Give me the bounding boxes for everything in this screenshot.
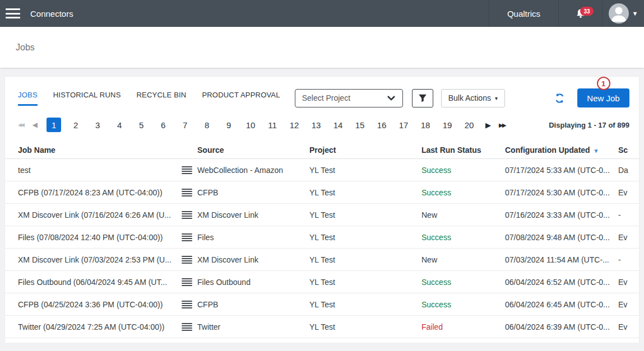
row-menu-icon[interactable] [182, 323, 192, 331]
filter-funnel-icon [418, 93, 428, 103]
toolbar: JOBSHISTORICAL RUNSRECYCLE BINPRODUCT AP… [5, 77, 639, 107]
page-button-8[interactable]: 8 [200, 118, 214, 132]
cell-last-run-status: Success [421, 166, 505, 175]
row-menu-icon[interactable] [182, 233, 192, 241]
brand-menu[interactable]: Qualtrics [489, 0, 558, 27]
page-button-6[interactable]: 6 [156, 118, 170, 132]
page-button-10[interactable]: 10 [243, 118, 258, 132]
cell-project: YL Test [309, 300, 421, 309]
page-button-7[interactable]: 7 [178, 118, 192, 132]
page-button-9[interactable]: 9 [221, 118, 236, 132]
first-page-button[interactable]: ◀◀ [18, 122, 24, 128]
page-button-11[interactable]: 11 [265, 118, 280, 132]
table-row[interactable]: XM Discover Link (07/16/2024 6:26 AM (U.… [5, 204, 639, 226]
page-button-1[interactable]: 1 [47, 118, 61, 132]
table-row[interactable]: XM Discover Link (07/03/2024 2:53 PM (U.… [5, 249, 639, 271]
row-menu-icon[interactable] [182, 301, 192, 308]
cell-source: CFPB [197, 188, 309, 197]
cell-schedule: Da [618, 166, 639, 175]
tab-product-approval[interactable]: PRODUCT APPROVAL [202, 91, 280, 106]
tab-historical-runs[interactable]: HISTORICAL RUNS [53, 91, 121, 106]
column-header-last-run-status[interactable]: Last Run Status [421, 146, 505, 155]
table-header-row: Job NameSourceProjectLast Run StatusConf… [5, 141, 639, 159]
page-button-4[interactable]: 4 [112, 118, 127, 132]
column-header-job-name[interactable]: Job Name [18, 146, 197, 155]
user-menu[interactable]: ▼ [602, 0, 644, 27]
tab-recycle-bin[interactable]: RECYCLE BIN [137, 91, 187, 106]
cell-project: YL Test [309, 255, 421, 264]
page-button-3[interactable]: 3 [90, 118, 105, 132]
next-page-button[interactable]: ▶ [485, 121, 491, 129]
refresh-button[interactable] [554, 93, 565, 104]
cell-last-run-status: Failed [421, 322, 505, 331]
table-row[interactable]: Files (07/08/2024 12:40 PM (UTC-04:00))F… [5, 226, 639, 249]
table-row[interactable]: testWebCollection - AmazonYL TestSuccess… [5, 159, 639, 181]
page-button-13[interactable]: 13 [309, 118, 323, 132]
filter-button[interactable] [412, 89, 433, 107]
cell-job-name: test [18, 166, 182, 175]
last-page-button[interactable]: ▶▶ [499, 122, 505, 128]
table-row[interactable]: CFPB (07/17/2024 8:23 AM (UTC-04:00))CFP… [5, 181, 639, 204]
pagination-summary: Displaying 1 - 17 of 899 [549, 121, 629, 129]
annotation-step-marker: 1 [597, 77, 610, 90]
page-button-14[interactable]: 14 [331, 118, 345, 132]
column-header-configuration-updated[interactable]: Configuration Updated▾ [505, 146, 618, 155]
row-menu-cell [182, 233, 197, 241]
bulk-actions-button[interactable]: Bulk Actions ▾ [441, 89, 505, 107]
page-button-12[interactable]: 12 [287, 118, 302, 132]
cell-schedule: - [618, 210, 639, 219]
column-header-project[interactable]: Project [309, 146, 421, 155]
row-menu-cell [182, 211, 197, 219]
column-header-sc[interactable]: Sc [618, 146, 639, 155]
cell-source: WebCollection - Amazon [197, 166, 309, 175]
table-row[interactable]: Files Outbound (06/04/2024 9:45 AM (UT..… [5, 271, 639, 293]
page-button-19[interactable]: 19 [440, 118, 455, 132]
cell-configuration-updated: 07/17/2024 5:30 AM (UTC-0... [505, 188, 618, 197]
cell-project: YL Test [309, 210, 421, 219]
cell-source: Twitter [197, 322, 309, 331]
cell-configuration-updated: 06/04/2024 6:45 AM (UTC-0... [505, 300, 618, 309]
brand-label: Qualtrics [507, 9, 540, 18]
column-header-source[interactable]: Source [197, 146, 309, 155]
project-select-value: Select Project [302, 93, 387, 102]
page-button-20[interactable]: 20 [462, 118, 476, 132]
cell-source: Files Outbound [197, 278, 309, 287]
row-menu-icon[interactable] [182, 256, 192, 264]
page-button-17[interactable]: 17 [396, 118, 411, 132]
row-menu-icon[interactable] [182, 278, 192, 286]
cell-source: Files [197, 233, 309, 242]
page-button-15[interactable]: 15 [353, 118, 367, 132]
table-row[interactable]: CFPB (04/25/2024 3:36 PM (UTC-04:00))CFP… [5, 293, 639, 316]
row-menu-icon[interactable] [182, 166, 192, 174]
new-job-button[interactable]: New Job [577, 88, 629, 107]
page-button-16[interactable]: 16 [374, 118, 389, 132]
pagination-pages: 1234567891011121314151617181920 [47, 118, 476, 132]
cell-project: YL Test [309, 233, 421, 242]
page-button-2[interactable]: 2 [68, 118, 83, 132]
row-menu-icon[interactable] [182, 211, 192, 219]
cell-schedule: Ev [618, 300, 639, 309]
row-menu-icon[interactable] [182, 189, 192, 196]
prev-page-button[interactable]: ◀ [33, 121, 38, 129]
cell-job-name: XM Discover Link (07/16/2024 6:26 AM (U.… [18, 210, 182, 219]
cell-job-name: Twitter (04/29/2024 7:25 AM (UTC-04:00)) [18, 322, 182, 331]
notification-badge: 33 [580, 7, 594, 16]
project-select[interactable]: Select Project [295, 89, 403, 107]
cell-last-run-status: Success [421, 300, 505, 309]
menu-icon[interactable] [6, 8, 20, 18]
tabs: JOBSHISTORICAL RUNSRECYCLE BINPRODUCT AP… [18, 91, 280, 106]
avatar [609, 3, 629, 24]
page-button-18[interactable]: 18 [418, 118, 433, 132]
cell-configuration-updated: 07/03/2024 11:54 AM (UTC-... [505, 255, 618, 264]
notifications-button[interactable]: 33 [558, 0, 602, 27]
cell-last-run-status: New [421, 255, 505, 264]
bulk-actions-label: Bulk Actions [448, 93, 491, 102]
tab-jobs[interactable]: JOBS [18, 91, 38, 106]
table-row[interactable]: Twitter (04/29/2024 7:25 AM (UTC-04:00))… [5, 316, 639, 338]
cell-last-run-status: Success [421, 233, 505, 242]
page-button-5[interactable]: 5 [134, 118, 149, 132]
cell-job-name: Files (07/08/2024 12:40 PM (UTC-04:00)) [18, 233, 182, 242]
cell-schedule: Ev [618, 188, 639, 197]
sort-desc-icon: ▾ [595, 147, 598, 154]
cell-source: XM Discover Link [197, 210, 309, 219]
